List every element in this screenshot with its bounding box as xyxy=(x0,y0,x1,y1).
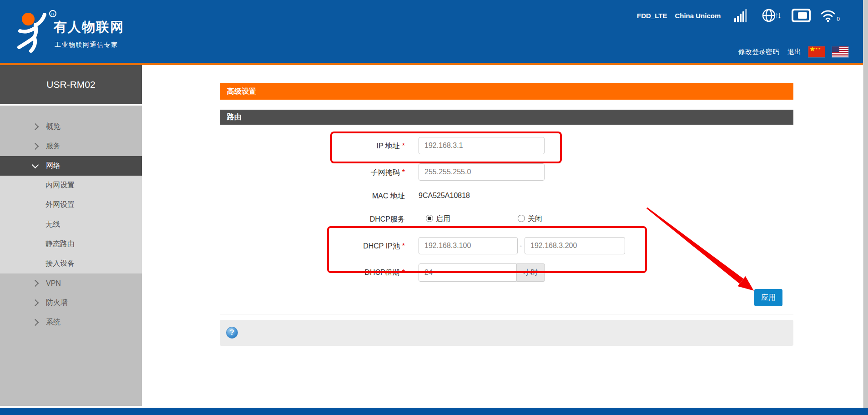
device-name-header: USR-RM02 xyxy=(0,65,142,104)
dhcp-disable-radio[interactable] xyxy=(518,215,525,222)
help-bar xyxy=(220,320,793,346)
sidebar-item-label: 接入设备 xyxy=(45,259,75,268)
sidebar-item-label: 网络 xyxy=(46,161,61,171)
ip-address-input[interactable] xyxy=(419,137,545,154)
chinese-language-flag[interactable]: ★ ★★ xyxy=(808,46,825,57)
chevron-right-icon xyxy=(32,280,39,287)
label-text: DHCP租期 xyxy=(364,268,399,276)
dhcp-disable-label[interactable]: 关闭 xyxy=(528,214,542,224)
required-asterisk: * xyxy=(402,142,405,150)
sim-card-icon xyxy=(792,9,811,22)
logout-link[interactable]: 退出 xyxy=(787,48,801,56)
label-text: DHCP IP池 xyxy=(363,242,400,250)
sidebar-item-label: 内网设置 xyxy=(45,181,75,190)
sidebar-item-label: 系统 xyxy=(46,318,61,327)
chevron-right-icon xyxy=(32,299,39,307)
sidebar-item-lan-settings[interactable]: 内网设置 xyxy=(0,176,187,195)
section-title: 路由 xyxy=(220,110,793,125)
data-traffic-icon: ↑↓ xyxy=(762,8,782,23)
lease-unit-addon: 小时 xyxy=(517,263,545,282)
flag-ministars: ★★ xyxy=(815,47,821,50)
sidebar-item-label: 外网设置 xyxy=(45,200,75,210)
vertical-scrollbar[interactable] xyxy=(863,0,868,408)
ip-address-label: IP 地址* xyxy=(273,142,405,151)
dhcp-pool-start-input[interactable] xyxy=(419,237,518,254)
mac-address-value: 9CA525A10818 xyxy=(419,192,470,200)
label-text: 子网掩码 xyxy=(371,168,400,176)
chevron-right-icon xyxy=(32,143,39,150)
dhcp-lease-label: DHCP租期* xyxy=(273,268,405,278)
footer-bar xyxy=(0,408,868,415)
chevron-right-icon xyxy=(32,319,39,326)
sidebar-item-connected-devices[interactable]: 接入设备 xyxy=(0,254,187,273)
sidebar-item-label: 防火墙 xyxy=(46,298,68,308)
flag-canton xyxy=(832,46,839,52)
sidebar-item-wireless[interactable]: 无线 xyxy=(0,215,187,234)
sidebar-item-label: 服务 xyxy=(46,142,61,151)
sidebar-item-label: 无线 xyxy=(45,220,60,229)
sidebar-item-firewall[interactable]: 防火墙 xyxy=(0,293,142,313)
sidebar-item-overview[interactable]: 概览 xyxy=(0,117,142,137)
help-icon[interactable]: ? xyxy=(226,327,238,339)
sidebar-item-static-route[interactable]: 静态路由 xyxy=(0,234,187,254)
brand-tagline: 工业物联网通信专家 xyxy=(55,41,118,49)
mac-address-label: MAC 地址 xyxy=(273,192,405,201)
label-text: DHCP服务 xyxy=(370,215,405,223)
sidebar-item-label: 概览 xyxy=(46,122,61,132)
dhcp-lease-input[interactable] xyxy=(419,263,517,282)
brand-name: 有人物联网 xyxy=(54,18,124,36)
status-bar: FDD_LTE China Unicom ↑↓ xyxy=(637,5,840,26)
english-language-flag[interactable] xyxy=(832,46,848,57)
upload-download-arrows-icon: ↑↓ xyxy=(774,10,782,20)
subnet-mask-label: 子网掩码* xyxy=(273,168,405,177)
sidebar-item-network[interactable]: 网络 xyxy=(0,156,142,176)
change-password-link[interactable]: 修改登录密码 xyxy=(738,48,779,56)
dhcp-pool-end-input[interactable] xyxy=(525,237,625,254)
chevron-down-icon xyxy=(32,161,39,168)
sidebar-item-services[interactable]: 服务 xyxy=(0,137,142,156)
sidebar-item-label: VPN xyxy=(46,279,61,288)
required-asterisk: * xyxy=(402,168,405,176)
label-text: IP 地址 xyxy=(376,142,399,150)
subnet-mask-input[interactable] xyxy=(419,163,545,181)
dhcp-service-label: DHCP服务 xyxy=(273,215,405,224)
sidebar-item-label: 静态路由 xyxy=(45,239,75,249)
apply-button[interactable]: 应用 xyxy=(754,289,782,306)
flag-star: ★ xyxy=(809,45,815,53)
page-title: 高级设置 xyxy=(220,83,793,100)
carrier-label: China Unicom xyxy=(675,12,721,20)
network-type-label: FDD_LTE xyxy=(637,12,667,20)
sidebar-item-vpn[interactable]: VPN xyxy=(0,273,142,293)
top-header: R 有人物联网 工业物联网通信专家 FDD_LTE China Unicom xyxy=(0,0,868,63)
sidebar-item-system[interactable]: 系统 xyxy=(0,313,142,332)
dhcp-enable-radio[interactable] xyxy=(426,215,433,222)
label-text: MAC 地址 xyxy=(372,192,405,200)
sidebar-item-wan-settings[interactable]: 外网设置 xyxy=(0,195,187,215)
chevron-right-icon xyxy=(32,123,39,131)
usr-logo: R xyxy=(13,9,58,55)
required-asterisk: * xyxy=(402,268,405,276)
pool-range-separator: - xyxy=(520,242,522,250)
svg-text:R: R xyxy=(51,12,55,16)
wifi-client-count: 0 xyxy=(837,16,840,22)
dhcp-enable-label[interactable]: 启用 xyxy=(436,214,450,224)
signal-strength-icon xyxy=(733,9,747,22)
running-person-icon: R xyxy=(13,9,58,55)
header-links: 修改登录密码 退出 ★ ★★ xyxy=(738,46,848,58)
dhcp-pool-label: DHCP IP池* xyxy=(273,242,405,251)
required-asterisk: * xyxy=(402,242,405,250)
wifi-icon: 0 xyxy=(820,9,840,22)
router-admin-page: R 有人物联网 工业物联网通信专家 FDD_LTE China Unicom xyxy=(0,0,868,415)
